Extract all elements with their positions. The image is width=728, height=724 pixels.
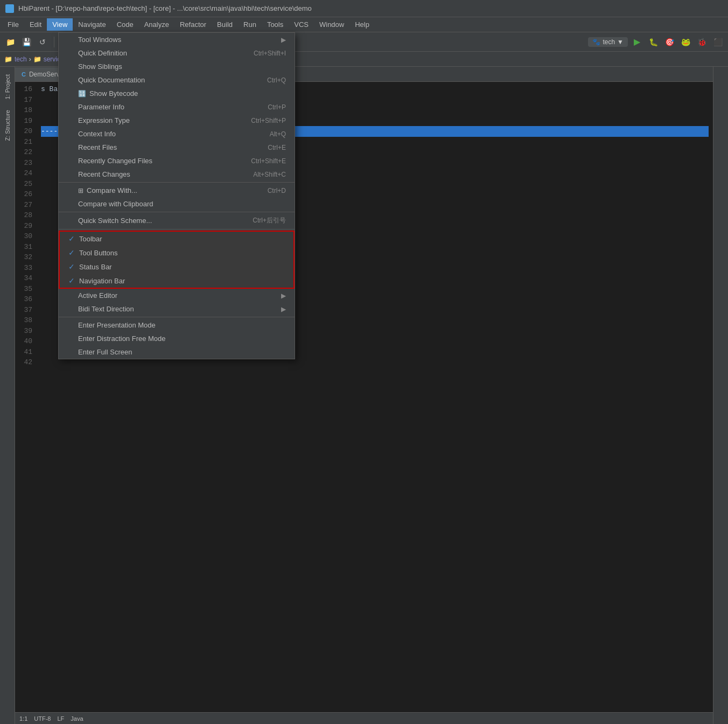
status-line-ending[interactable]: LF [57,715,64,722]
status-language[interactable]: Java [71,715,83,722]
menu-item-label-toolbar: Toolbar [79,235,285,243]
menu-item-label-show-siblings: Show Siblings [78,62,286,71]
nav-folder-icon: 📁 [4,55,12,63]
menu-item-bidi-text[interactable]: Bidi Text Direction ▶ [59,302,295,316]
open-folder-button[interactable]: 📁 [3,35,17,49]
menu-item-label-recent-files: Recent Files [78,143,257,151]
menu-edit[interactable]: Edit [24,18,47,31]
menu-item-label-navigation-bar: Navigation Bar [79,277,285,285]
run-with-coverage-button[interactable]: 🎯 [662,35,676,49]
red-box-section: ✓ Toolbar ✓ Tool Buttons ✓ Status Bar ✓ … [59,231,295,289]
app-icon [5,4,14,13]
menu-item-label-recently-changed: Recently Changed Files [78,157,240,165]
menu-item-tool-windows[interactable]: Tool Windows ▶ [59,33,295,46]
menu-item-label-full-screen: Enter Full Screen [78,348,286,356]
menu-item-presentation-mode[interactable]: Enter Presentation Mode [59,318,295,332]
stop-button[interactable]: ⬛ [711,35,725,49]
menu-item-label-distraction-free: Enter Distraction Free Mode [78,335,286,343]
run-config-arrow: ▼ [617,38,624,46]
menu-item-label-quick-definition: Quick Definition [78,49,243,57]
refresh-button[interactable]: ↺ [36,35,50,49]
menu-item-active-editor[interactable]: Active Editor ▶ [59,289,295,302]
window-title: HbiParent - [D:\repo-hand\repo-tech\tech… [18,4,312,12]
separator-1 [59,182,295,183]
menu-item-quick-documentation[interactable]: Quick Documentation Ctrl+Q [59,73,295,87]
menu-item-label-bidi-text: Bidi Text Direction [78,305,277,313]
menu-item-label-presentation-mode: Enter Presentation Mode [78,321,286,329]
menu-build[interactable]: Build [212,18,238,31]
menu-item-label-quick-documentation: Quick Documentation [78,76,256,84]
status-bar: 1:1 UTF-8 LF Java [15,712,713,724]
arrow-icon-3: ▶ [281,305,286,313]
menu-item-tool-buttons[interactable]: ✓ Tool Buttons [60,246,293,260]
menu-item-quick-switch[interactable]: Quick Switch Scheme... Ctrl+后引号 [59,213,295,228]
nav-folder-icon2: 📁 [33,55,41,63]
menu-analyze[interactable]: Analyze [139,18,174,31]
menu-item-compare-with[interactable]: ⊞ Compare With... Ctrl+D [59,184,295,197]
menu-item-status-bar[interactable]: ✓ Status Bar [60,260,293,274]
save-button[interactable]: 💾 [19,35,33,49]
menu-item-full-screen[interactable]: Enter Full Screen [59,345,295,359]
menu-item-expression-type[interactable]: Expression Type Ctrl+Shift+P [59,114,295,127]
separator-2 [59,212,295,212]
menu-item-label-parameter-info: Parameter Info [78,103,257,111]
menu-item-recent-files[interactable]: Recent Files Ctrl+E [59,141,295,154]
separator-3 [59,229,295,229]
menu-vcs[interactable]: VCS [289,18,314,31]
menu-file[interactable]: File [2,18,24,31]
toolbar-separator [54,37,54,47]
toolbar-right: 🐾 tech ▼ ▶ 🐛 🎯 🐸 🐞 ⬛ [588,35,725,49]
menu-view[interactable]: View [47,18,73,31]
menu-refactor[interactable]: Refactor [174,18,212,31]
line-numbers: 16 17 18 19 20 21 22 23 24 25 26 27 28 2… [15,82,37,724]
menu-item-distraction-free[interactable]: Enter Distraction Free Mode [59,332,295,345]
status-position[interactable]: 1:1 [19,715,27,722]
menu-item-label-compare-with: Compare With... [87,186,257,194]
sidebar-tab-structure[interactable]: Z: Structure [2,105,13,146]
arrow-icon: ▶ [281,36,286,44]
run-config-label: tech [603,38,615,46]
menu-item-label-status-bar: Status Bar [79,263,285,271]
menu-navigate[interactable]: Navigate [73,18,111,31]
sidebar-left: 1: Project Z: Structure [0,67,15,724]
arrow-icon-2: ▶ [281,292,286,300]
menu-item-label-active-editor: Active Editor [78,291,277,300]
separator-4 [59,317,295,317]
menu-item-label-quick-switch: Quick Switch Scheme... [78,217,242,225]
compare-icon: ⊞ [78,187,83,194]
status-encoding[interactable]: UTF-8 [34,715,51,722]
nav-crumb-tech[interactable]: tech [15,55,27,63]
sidebar-right [713,67,728,724]
menu-item-label-show-bytecode: Show Bytecode [89,89,286,98]
menu-item-label-compare-clipboard: Compare with Clipboard [78,200,286,208]
menu-item-context-info[interactable]: Context Info Alt+Q [59,127,295,141]
menu-item-label-recent-changes: Recent Changes [78,170,242,178]
sidebar-tab-project[interactable]: 1: Project [2,69,13,105]
menu-item-recently-changed[interactable]: Recently Changed Files Ctrl+Shift+E [59,154,295,168]
menu-tools[interactable]: Tools [262,18,289,31]
menu-item-navigation-bar[interactable]: ✓ Navigation Bar [60,274,293,288]
menu-run[interactable]: Run [238,18,262,31]
menu-item-show-bytecode[interactable]: 🔢 Show Bytecode [59,87,295,100]
run-button[interactable]: ▶ [630,35,644,49]
run-config-icon: 🐾 [592,38,600,46]
more-run-button[interactable]: 🐞 [695,35,709,49]
profile-button[interactable]: 🐸 [678,35,692,49]
menu-item-label-tool-buttons: Tool Buttons [79,249,285,257]
debug-button[interactable]: 🐛 [646,35,660,49]
run-configuration[interactable]: 🐾 tech ▼ [588,37,628,47]
menu-item-show-siblings[interactable]: Show Siblings [59,60,295,73]
tab-icon-1: C [22,71,26,78]
menu-item-recent-changes[interactable]: Recent Changes Alt+Shift+C [59,168,295,181]
title-bar: HbiParent - [D:\repo-hand\repo-tech\tech… [0,0,728,17]
menu-code[interactable]: Code [111,18,139,31]
menu-help[interactable]: Help [349,18,375,31]
menu-item-quick-definition[interactable]: Quick Definition Ctrl+Shift+I [59,46,295,60]
menu-item-parameter-info[interactable]: Parameter Info Ctrl+P [59,100,295,114]
menu-item-label-expression-type: Expression Type [78,116,240,124]
menu-window[interactable]: Window [314,18,349,31]
view-menu-dropdown[interactable]: Tool Windows ▶ Quick Definition Ctrl+Shi… [58,32,295,359]
menu-item-compare-clipboard[interactable]: Compare with Clipboard [59,197,295,211]
bytecode-icon: 🔢 [78,90,86,98]
menu-item-toolbar[interactable]: ✓ Toolbar [60,232,293,246]
